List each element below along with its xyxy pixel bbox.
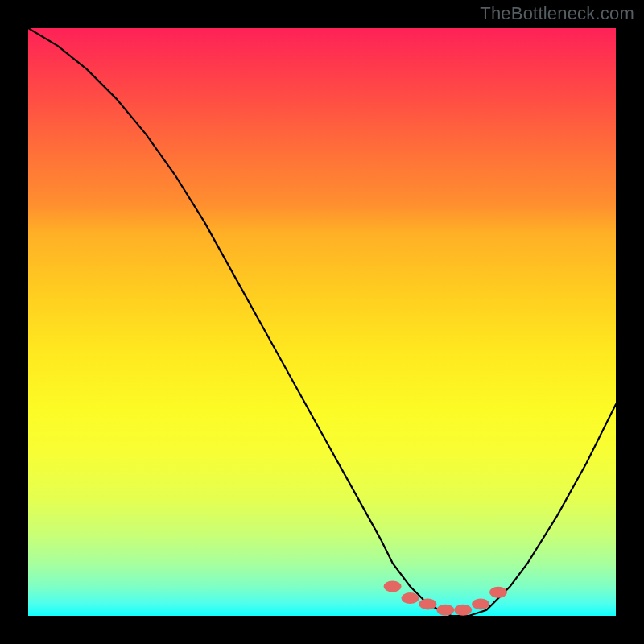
chart-svg: [28, 28, 616, 616]
marker-dot: [454, 605, 472, 616]
bottleneck-curve-line: [28, 28, 616, 616]
marker-dot: [489, 587, 507, 598]
chart-plot-area: [28, 28, 616, 616]
marker-dot: [472, 598, 489, 609]
optimal-range-markers: [384, 581, 507, 616]
marker-dot: [419, 598, 436, 609]
marker-dot: [402, 592, 419, 604]
watermark-text: TheBottleneck.com: [480, 3, 634, 24]
marker-dot: [384, 581, 402, 592]
marker-dot: [436, 605, 454, 616]
